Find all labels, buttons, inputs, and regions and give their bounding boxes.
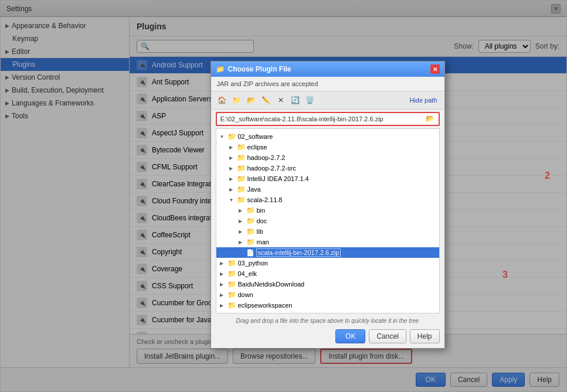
dialog-tree: ▼📁02_software▶📁eclipse▶📁hadoop-2.7.2▶📁ha…: [216, 128, 440, 313]
folder-icon: 📁: [228, 132, 236, 141]
tree-item-label: eclipse: [247, 144, 267, 151]
tree-item-scala-zip[interactable]: 📄scala-intellij-bin-2017.2.6.zip: [216, 247, 439, 258]
tree-item-hadoop272src[interactable]: ▶📁hadoop-2.7.2-src: [216, 163, 439, 173]
dialog-title: 📁 Choose Plugin File: [216, 65, 291, 73]
folder-icon: 📁: [228, 259, 236, 267]
tree-item-label: 04_elk: [238, 270, 257, 277]
tree-chevron-icon: ▶: [220, 271, 226, 277]
folder-icon: 📁: [228, 280, 236, 288]
tree-item-02_software[interactable]: ▼📁02_software: [216, 131, 439, 142]
tree-item-label: man: [257, 238, 269, 246]
dialog-subtitle: JAR and ZIP archives are accepted: [211, 77, 444, 91]
dialog-dnd-hint: Drag and drop a file into the space abov…: [211, 316, 444, 326]
folder-icon: 📁: [246, 217, 255, 225]
tree-item-label: IntelliJ IDEA 2017.1.4: [247, 175, 309, 182]
dialog-path-text: E:\02_software\scala-2.11.8\scala-intell…: [220, 115, 426, 122]
tree-item-bin[interactable]: ▶📁bin: [216, 205, 439, 216]
tree-item-hadoop272[interactable]: ▶📁hadoop-2.7.2: [216, 152, 439, 163]
tree-item-label: doc: [257, 217, 267, 224]
folder-icon: 📁: [246, 206, 255, 214]
tree-item-label: down: [238, 291, 253, 298]
tree-chevron-icon: ▶: [239, 229, 245, 234]
folder-icon: 📁: [228, 291, 236, 299]
tree-chevron-icon: ▶: [220, 261, 226, 266]
tree-item-lib[interactable]: ▶📁lib: [216, 226, 439, 237]
hide-path-button[interactable]: Hide path: [407, 96, 439, 105]
choose-plugin-dialog: 📁 Choose Plugin File ✕ JAR and ZIP archi…: [210, 61, 445, 349]
tree-item-down[interactable]: ▶📁down: [216, 289, 439, 300]
tree-item-label: hadoop-2.7.2: [247, 154, 286, 161]
tree-chevron-icon: ▶: [229, 187, 235, 192]
dialog-folder-icon: 📁: [216, 65, 225, 73]
toolbar-delete-button[interactable]: ✕: [274, 94, 287, 107]
tree-chevron-icon: ▶: [239, 208, 245, 213]
dialog-actions: OK Cancel Help: [211, 326, 444, 348]
toolbar-newfolder-button[interactable]: 📂: [245, 94, 258, 107]
tree-item-eclipse[interactable]: ▶📁eclipse: [216, 142, 439, 152]
tree-item-baidu[interactable]: ▶📁BaiduNetdiskDownload: [216, 279, 439, 289]
toolbar-refresh-button[interactable]: 🔄: [289, 94, 302, 107]
tree-item-label: scala-intellij-bin-2017.2.6.zip: [256, 248, 341, 257]
folder-icon: 📁: [237, 154, 246, 162]
tree-item-doc[interactable]: ▶📁doc: [216, 216, 439, 226]
dialog-ok-button[interactable]: OK: [335, 329, 365, 343]
tree-item-label: 02_software: [238, 133, 273, 140]
badge-2: 2: [545, 171, 550, 181]
dialog-path-bar[interactable]: E:\02_software\scala-2.11.8\scala-intell…: [216, 112, 440, 126]
tree-item-label: scala-2.11.8: [247, 196, 283, 203]
folder-icon: 📁: [228, 270, 236, 278]
modal-overlay: 2 3 📁 Choose Plugin File ✕ JAR and ZIP a…: [1, 1, 566, 391]
tree-item-man[interactable]: ▶📁man: [216, 237, 439, 247]
dialog-toolbar: 🏠 📁 📂 ✏️ ✕ 🔄 🗑️ Hide path: [211, 91, 444, 110]
tree-item-label: 03_python: [238, 260, 268, 267]
folder-icon: 📁: [237, 175, 246, 183]
tree-chevron-icon: ▶: [220, 282, 226, 287]
dialog-help-button[interactable]: Help: [410, 329, 440, 343]
folder-icon: 📁: [246, 238, 255, 246]
tree-item-label: BaiduNetdiskDownload: [238, 281, 305, 288]
toolbar-trash-button[interactable]: 🗑️: [304, 94, 317, 107]
tree-item-label: eclipseworkspacen: [238, 302, 293, 309]
folder-icon: 📁: [237, 164, 246, 172]
folder-icon: 📁: [228, 301, 236, 309]
toolbar-edit-button[interactable]: ✏️: [260, 94, 273, 107]
folder-icon: 📁: [237, 196, 246, 204]
tree-item-label: Java: [247, 186, 261, 193]
tree-chevron-icon: ▼: [220, 134, 226, 139]
tree-chevron-icon: ▶: [220, 303, 226, 308]
tree-chevron-icon: ▶: [229, 145, 235, 150]
tree-chevron-icon: ▶: [239, 240, 245, 245]
tree-item-label: lib: [257, 228, 263, 235]
toolbar-home-button[interactable]: 🏠: [216, 94, 229, 107]
tree-item-03_python[interactable]: ▶📁03_python: [216, 258, 439, 268]
settings-window: Settings ✕ ▶Appearance & BehaviorKeymap▶…: [0, 0, 567, 392]
tree-item-eclipseworkspace[interactable]: ▶📁eclipseworkspacen: [216, 300, 439, 311]
tree-chevron-icon: ▶: [239, 219, 245, 224]
folder-icon: 📁: [246, 227, 255, 236]
folder-icon: 📁: [237, 143, 246, 151]
tree-chevron-icon: ▼: [229, 197, 235, 203]
tree-chevron-icon: ▶: [229, 155, 235, 161]
tree-item-java[interactable]: ▶📁Java: [216, 184, 439, 195]
toolbar-folder-button[interactable]: 📁: [230, 94, 243, 107]
dialog-titlebar: 📁 Choose Plugin File ✕: [211, 62, 444, 77]
tree-item-scala218[interactable]: ▼📁scala-2.11.8: [216, 195, 439, 205]
badge-3: 3: [503, 270, 508, 280]
dialog-path-browse-icon[interactable]: 📂: [426, 114, 435, 124]
tree-chevron-icon: ▶: [220, 292, 226, 298]
file-icon: 📄: [246, 249, 254, 257]
dialog-cancel-button[interactable]: Cancel: [369, 329, 406, 343]
tree-item-04_elk[interactable]: ▶📁04_elk: [216, 268, 439, 279]
tree-chevron-icon: ▶: [229, 176, 235, 182]
tree-item-label: bin: [257, 207, 266, 214]
folder-icon: 📁: [237, 185, 246, 193]
tree-item-label: hadoop-2.7.2-src: [247, 165, 296, 172]
dialog-close-button[interactable]: ✕: [430, 64, 440, 74]
tree-chevron-icon: ▶: [229, 166, 235, 171]
tree-item-intellij[interactable]: ▶📁IntelliJ IDEA 2017.1.4: [216, 173, 439, 184]
